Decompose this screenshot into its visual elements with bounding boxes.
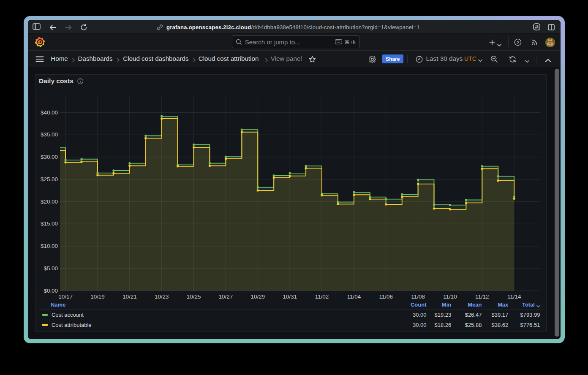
svg-text:$26.47: $26.47 xyxy=(465,312,482,318)
svg-text:10/27: 10/27 xyxy=(219,293,233,300)
svg-text:$30.00: $30.00 xyxy=(41,154,58,160)
svg-text:$18.26: $18.26 xyxy=(434,322,451,328)
svg-text:$10.00: $10.00 xyxy=(41,243,58,249)
svg-text:$38.62: $38.62 xyxy=(491,322,508,328)
svg-text:10/29: 10/29 xyxy=(251,293,265,300)
svg-text:$39.17: $39.17 xyxy=(491,312,508,318)
svg-text:11/12: 11/12 xyxy=(475,293,489,300)
svg-text:$19.23: $19.23 xyxy=(434,312,451,318)
svg-text:Count: Count xyxy=(411,302,427,308)
svg-text:Cost account: Cost account xyxy=(52,312,84,318)
svg-text:?: ? xyxy=(517,40,519,45)
svg-text:11/06: 11/06 xyxy=(379,293,392,300)
svg-text:10/17: 10/17 xyxy=(58,293,72,300)
svg-text:$25.88: $25.88 xyxy=(465,322,482,328)
svg-text:Cost attributable: Cost attributable xyxy=(52,322,92,328)
svg-text:$40.00: $40.00 xyxy=(41,109,58,116)
svg-text:30.00: 30.00 xyxy=(413,312,427,318)
svg-text:Mean: Mean xyxy=(468,302,482,308)
svg-text:10/21: 10/21 xyxy=(122,293,136,300)
svg-text:10/23: 10/23 xyxy=(155,293,169,300)
svg-text:11/10: 11/10 xyxy=(443,293,457,300)
svg-text:11/08: 11/08 xyxy=(411,293,425,300)
svg-text:11/04: 11/04 xyxy=(347,293,361,300)
svg-text:$776.51: $776.51 xyxy=(520,322,540,328)
svg-text:Min: Min xyxy=(442,302,451,308)
svg-text:$20.00: $20.00 xyxy=(41,198,58,205)
svg-text:$5.00: $5.00 xyxy=(44,265,58,272)
svg-text:Daily costs: Daily costs xyxy=(39,78,74,85)
svg-text:$25.00: $25.00 xyxy=(41,176,58,182)
svg-text:Name: Name xyxy=(51,302,65,308)
svg-text:$15.00: $15.00 xyxy=(41,220,58,227)
svg-text:$793.99: $793.99 xyxy=(520,312,540,318)
svg-text:$0.00: $0.00 xyxy=(44,288,58,294)
svg-text:10/31: 10/31 xyxy=(283,293,297,300)
svg-text:11/14: 11/14 xyxy=(507,293,521,300)
svg-text:Max: Max xyxy=(498,302,509,308)
svg-text:30.00: 30.00 xyxy=(413,322,427,328)
svg-text:$35.00: $35.00 xyxy=(41,131,58,138)
svg-text:10/19: 10/19 xyxy=(90,293,104,300)
svg-text:10/25: 10/25 xyxy=(187,293,201,300)
svg-text:Total: Total xyxy=(522,302,535,308)
svg-text:11/02: 11/02 xyxy=(315,293,329,300)
